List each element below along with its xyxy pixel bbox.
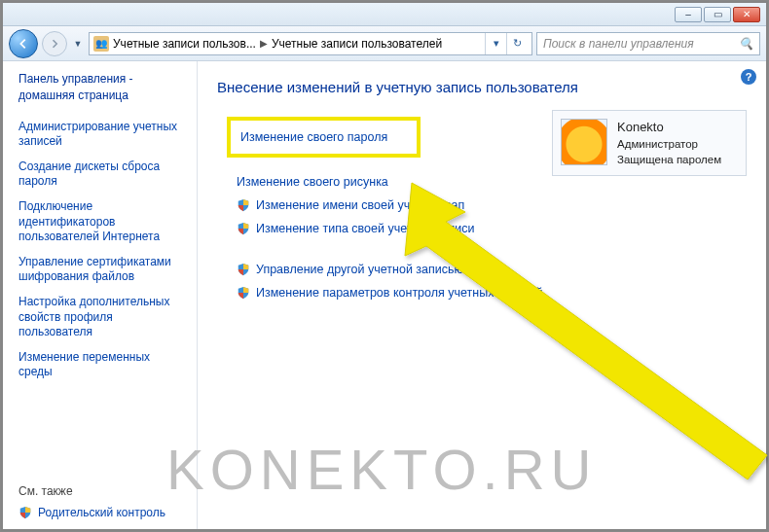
- address-bar[interactable]: 👥 Учетные записи пользов... ▶ Учетные за…: [89, 32, 532, 55]
- back-button[interactable]: [9, 29, 38, 58]
- user-status: Защищена паролем: [617, 152, 721, 167]
- breadcrumb-item[interactable]: Учетные записи пользователей: [272, 37, 442, 51]
- minimize-button[interactable]: –: [675, 7, 702, 22]
- user-account-card: Konekto Администратор Защищена паролем: [552, 110, 747, 176]
- main-content: ? Внесение изменений в учетную запись по…: [198, 61, 766, 529]
- sidebar-link[interactable]: Управление сертификатами шифрования файл…: [18, 255, 185, 285]
- help-icon[interactable]: ?: [741, 69, 756, 85]
- window-titlebar: – ▭ ✕: [3, 3, 766, 26]
- search-input[interactable]: Поиск в панели управления 🔍: [536, 32, 760, 55]
- close-button[interactable]: ✕: [733, 7, 760, 22]
- shield-icon: [237, 222, 250, 235]
- change-password-link[interactable]: Изменение своего пароля: [227, 117, 421, 158]
- change-picture-link[interactable]: Изменение своего рисунка: [237, 175, 747, 189]
- manage-other-link[interactable]: Управление другой учетной записью: [237, 263, 747, 276]
- users-icon: 👥: [93, 36, 109, 52]
- user-role: Администратор: [617, 136, 721, 152]
- sidebar-link[interactable]: Настройка дополнительных свойств профиля…: [18, 295, 185, 340]
- change-name-link[interactable]: Изменение имени своей учетной зап: [237, 198, 747, 212]
- address-dropdown[interactable]: ▾: [485, 33, 506, 54]
- user-name: Konekto: [617, 119, 721, 136]
- sidebar-link[interactable]: Подключение идентификаторов пользователе…: [18, 199, 185, 245]
- see-also-heading: См. также: [18, 484, 185, 498]
- control-panel-home-link[interactable]: Панель управления - домашняя страница: [18, 71, 185, 104]
- arrow-left-icon: [17, 37, 30, 51]
- navigation-bar: ▼ 👥 Учетные записи пользов... ▶ Учетные …: [3, 26, 766, 61]
- shield-icon: [237, 263, 250, 276]
- nav-history-dropdown[interactable]: ▼: [71, 39, 85, 49]
- search-icon: 🔍: [739, 37, 753, 51]
- forward-button[interactable]: [42, 31, 67, 56]
- breadcrumb-item[interactable]: Учетные записи пользов...: [113, 37, 256, 51]
- uac-settings-link[interactable]: Изменение параметров контроля учетных за…: [237, 286, 747, 300]
- parental-control-link[interactable]: Родительский контроль: [18, 506, 185, 519]
- maximize-button[interactable]: ▭: [704, 7, 731, 22]
- sidebar-link[interactable]: Администрирование учетных записей: [18, 120, 185, 150]
- refresh-button[interactable]: ↻: [506, 33, 528, 54]
- shield-icon: [237, 286, 250, 300]
- shield-icon: [237, 198, 250, 212]
- sidebar-link[interactable]: Создание дискеты сброса пароля: [18, 160, 185, 190]
- shield-icon: [18, 506, 32, 519]
- sidebar: Панель управления - домашняя страница Ад…: [3, 61, 198, 529]
- chevron-right-icon: ▶: [260, 38, 268, 49]
- arrow-right-icon: [49, 38, 60, 50]
- sidebar-link[interactable]: Изменение переменных среды: [18, 350, 185, 380]
- change-type-link[interactable]: Изменение типа своей учетной записи: [237, 222, 747, 235]
- avatar: [561, 119, 607, 165]
- page-title: Внесение изменений в учетную запись поль…: [217, 79, 747, 95]
- search-placeholder: Поиск в панели управления: [543, 37, 694, 51]
